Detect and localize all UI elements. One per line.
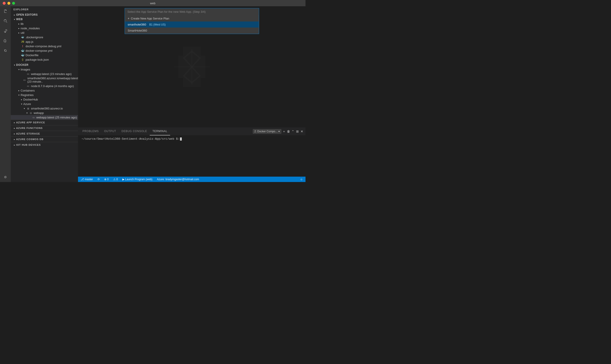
smarthotel360-item[interactable]: SmartHotel360 xyxy=(125,27,259,34)
tree-image-webapp-latest-selected[interactable]: ▭ webapp:latest (25 minutes ago) xyxy=(11,115,78,119)
tree-folder-smarthotel-registry[interactable]: ▦ smarthotel360.azurecr.io xyxy=(11,106,78,111)
tree-image-webapp-latest[interactable]: ▭ webapp:latest (23 minutes ago) xyxy=(11,72,78,76)
panel-split-button[interactable]: ⊞ xyxy=(296,130,299,133)
explorer-activity-icon[interactable] xyxy=(2,8,9,14)
azure-cosmos-label: AZURE COSMOS DB xyxy=(16,138,43,141)
img-label-1: webapp:latest (23 minutes ago) xyxy=(31,72,71,76)
window-title: web xyxy=(150,1,155,5)
create-new-plan-label: Create New App Service Plan xyxy=(131,17,169,20)
quick-input-field[interactable] xyxy=(125,8,259,15)
iot-hub-header[interactable]: IOT HUB DEVICES xyxy=(11,142,78,147)
docker-debug-yml-arrow xyxy=(17,44,21,48)
dockerhub-label: DockerHub xyxy=(23,98,38,101)
dockerignore-icon: 🐳 xyxy=(21,35,25,39)
util-arrow xyxy=(17,31,21,35)
util-label: util xyxy=(21,31,24,35)
warnings-status[interactable]: ⚠ 0 xyxy=(112,177,119,182)
traffic-lights xyxy=(3,2,15,5)
git-branch-status[interactable]: ⎇ master xyxy=(80,177,94,182)
tab-output[interactable]: OUTPUT xyxy=(101,128,119,135)
tab-debug-console[interactable]: DEBUG CONSOLE xyxy=(119,128,150,135)
warnings-label: ⚠ 0 xyxy=(113,178,118,181)
smarthotel360-label: SmartHotel360 xyxy=(128,29,147,32)
search-activity-icon[interactable] xyxy=(2,18,9,24)
tree-folder-containers[interactable]: Containers xyxy=(11,88,78,93)
azure-app-service-header[interactable]: AZURE APP SERVICE xyxy=(11,120,78,125)
azure-cosmos-header[interactable]: AZURE COSMOS DB xyxy=(11,137,78,142)
tree-folder-webapp[interactable]: ▤ webapp xyxy=(11,111,78,115)
sync-status[interactable]: ⟳ xyxy=(97,177,101,182)
node-modules-arrow xyxy=(17,26,21,30)
selected-img-icon: ▭ xyxy=(31,116,35,119)
tree-folder-azure[interactable]: Azure xyxy=(11,102,78,106)
close-button[interactable] xyxy=(3,2,6,5)
tree-file-dockerignore[interactable]: 🐳 .dockerignore xyxy=(11,35,78,39)
terminal-path: ~/source/SmartHotel360-Sentiment-Analysi… xyxy=(82,137,180,141)
source-control-activity-icon[interactable] xyxy=(2,28,9,34)
launch-label: ▶ Launch Program (web) xyxy=(122,178,153,181)
web-arrow xyxy=(13,17,16,21)
status-bar: ⎇ master ⟳ ⊗ 0 ⚠ 0 ▶ Launch Program (web… xyxy=(78,177,306,182)
tab-problems[interactable]: PROBLEMS xyxy=(80,128,101,135)
dockerfile-icon: 🐳 xyxy=(21,53,25,57)
tree-folder-images[interactable]: Images xyxy=(11,67,78,72)
tree-folder-registries[interactable]: Registries xyxy=(11,93,78,97)
tab-terminal[interactable]: TERMINAL xyxy=(150,128,170,135)
open-editors-section[interactable]: OPEN EDITORS xyxy=(11,13,78,17)
package-lock-icon: {} xyxy=(21,58,25,61)
tree-file-docker-compose-yml[interactable]: 🐳 docker-compose.yml xyxy=(11,48,78,53)
images-label: Images xyxy=(21,68,30,71)
web-section[interactable]: WEB xyxy=(11,17,78,22)
tree-file-docker-debug-yml[interactable]: ! docker-compose.debug.yml xyxy=(11,44,78,48)
launch-status[interactable]: ▶ Launch Program (web) xyxy=(122,177,153,182)
azure-status[interactable]: Azure: bradymgaster@hotmail.com xyxy=(156,177,200,182)
tree-folder-util[interactable]: util xyxy=(11,30,78,35)
docker-section[interactable]: DOCKER xyxy=(11,63,78,67)
docker-compose-label: docker-compose.yml xyxy=(26,49,53,52)
create-new-plan-item[interactable]: + Create New App Service Plan xyxy=(125,15,259,22)
appjs-arrow xyxy=(17,40,21,43)
terminal-cursor xyxy=(180,137,182,141)
minimize-button[interactable] xyxy=(7,2,10,5)
smiley-status[interactable]: ☺ xyxy=(299,178,304,181)
azure-cosmos-arrow xyxy=(13,137,16,141)
sidebar-content: OPEN EDITORS WEB lib node_modules util xyxy=(11,13,78,182)
tree-file-appjs[interactable]: JS app.js xyxy=(11,39,78,44)
smarthotel360-plan-item[interactable]: smarthotel360 B1 (West US) xyxy=(125,22,259,27)
debug-activity-icon[interactable] xyxy=(2,38,9,44)
settings-activity-icon[interactable] xyxy=(2,174,9,180)
azure-functions-header[interactable]: AZURE FUNCTIONS xyxy=(11,125,78,131)
registries-arrow xyxy=(17,93,21,97)
tree-file-dockerfile[interactable]: 🐳 Dockerfile xyxy=(11,53,78,57)
errors-status[interactable]: ⊗ 0 xyxy=(103,177,110,182)
sync-icon: ⟳ xyxy=(97,178,100,181)
images-arrow xyxy=(17,68,21,71)
webapp-folder-label: webapp xyxy=(34,111,44,115)
tree-folder-dockerhub[interactable]: DockerHub xyxy=(11,97,78,102)
iot-hub-label: IOT HUB DEVICES xyxy=(16,143,41,146)
azure-functions-label: AZURE FUNCTIONS xyxy=(16,127,42,130)
terminal-body[interactable]: ~/source/SmartHotel360-Sentiment-Analysi… xyxy=(78,135,306,177)
img-icon-3: ▭ xyxy=(26,84,30,88)
panel-up-button[interactable]: ⌃ xyxy=(291,130,295,133)
terminal-selector[interactable]: 2: Docker Compo... ▾ xyxy=(253,129,281,134)
tree-folder-node-modules[interactable]: node_modules xyxy=(11,26,78,30)
maximize-button[interactable] xyxy=(12,2,15,5)
azure-app-service-arrow xyxy=(13,121,16,124)
tree-file-package-lock[interactable]: {} package-lock.json xyxy=(11,57,78,62)
tree-image-smarthotel[interactable]: ▭ smarthotel360.azurecr.io/webapp:latest… xyxy=(11,76,78,84)
add-terminal-button[interactable]: + xyxy=(282,130,286,133)
img-icon-2: ▭ xyxy=(22,78,27,82)
azure-storage-header[interactable]: AZURE STORAGE xyxy=(11,131,78,136)
panel-close-button[interactable]: ✕ xyxy=(300,130,304,133)
extensions-activity-icon[interactable] xyxy=(2,47,9,54)
panel-actions: 2: Docker Compo... ▾ + 🗑 ⌃ ⊞ ✕ xyxy=(253,129,304,134)
containers-arrow xyxy=(17,89,21,92)
azure-functions-section: AZURE FUNCTIONS xyxy=(11,125,78,131)
kill-terminal-button[interactable]: 🗑 xyxy=(287,130,290,133)
package-lock-arrow xyxy=(17,58,21,61)
smarthotel360-plan-label: smarthotel360 xyxy=(128,23,146,26)
tree-folder-lib[interactable]: lib xyxy=(11,22,78,26)
tree-image-node-alpine[interactable]: ▭ node:8.7.0-alpine (4 months ago) xyxy=(11,84,78,88)
selected-img-label: webapp:latest (25 minutes ago) xyxy=(36,116,77,119)
